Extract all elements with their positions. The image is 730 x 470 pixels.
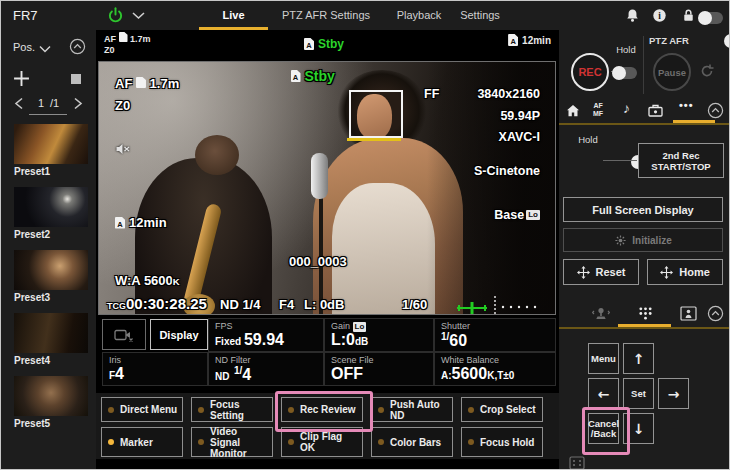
rec-button[interactable]: REC: [571, 53, 609, 91]
preset-thumbnail-1[interactable]: [14, 124, 88, 164]
ptz-trace-reset-icon[interactable]: [699, 63, 715, 79]
info-icon[interactable]: i: [652, 8, 667, 23]
power-icon[interactable]: [107, 7, 124, 24]
active-tab-underline: [673, 120, 715, 123]
assign-indicator: [378, 407, 384, 413]
rec-hold-toggle[interactable]: [613, 67, 637, 79]
strip-zoom-position: Z0: [104, 45, 115, 55]
notifications-bell-icon[interactable]: [625, 8, 640, 23]
lock-toggle[interactable]: [699, 12, 723, 24]
initialize-button[interactable]: Initialize: [563, 228, 723, 252]
window-title: FR7: [13, 1, 38, 30]
more-tab-icon[interactable]: •••: [679, 99, 694, 111]
assign-clip-flag-ok[interactable]: Clip Flag OK: [281, 427, 363, 457]
ptz-control-panel: REC Hold PTZ AFR Pause AFMF ♪ •••: [559, 30, 729, 469]
preset-thumbnail-5[interactable]: [14, 376, 88, 416]
base-lo-badge: Lo: [526, 210, 540, 220]
focus-scale-dots: [491, 295, 539, 315]
preset-thumbnail-3[interactable]: [14, 250, 88, 290]
cancel-back-button[interactable]: Cancel /Back: [588, 413, 619, 444]
assign-focus-setting[interactable]: Focus Setting: [191, 397, 273, 422]
page-indicator: [29, 114, 67, 115]
tab-live[interactable]: Live: [199, 1, 268, 30]
set-button[interactable]: Set: [623, 378, 654, 409]
active-tab-underline: [618, 324, 671, 327]
nd-filter-cell[interactable]: ND Filter ND 1/4: [208, 352, 324, 386]
ovl-sensor-mode: FF: [424, 87, 439, 101]
home-tab-icon[interactable]: [565, 103, 581, 119]
display-button[interactable]: Display: [150, 319, 208, 350]
up-button[interactable]: ↑: [623, 343, 654, 374]
right-button[interactable]: →: [658, 378, 689, 409]
reset-button[interactable]: Reset: [563, 259, 639, 285]
ovl-media-remaining: A 12min: [115, 215, 167, 230]
page-total: /1: [50, 97, 59, 109]
tab-ptz-afr-settings[interactable]: PTZ AFR Settings: [279, 1, 373, 30]
preset-sidebar: Pos. 1 /1 Preset1 Preset2 Preset3 Preset…: [1, 30, 96, 469]
media-a-icon: A: [508, 34, 518, 46]
second-rec-button[interactable]: 2nd Rec START/STOP: [638, 143, 724, 178]
scene-file-cell[interactable]: Scene File OFF: [324, 352, 434, 386]
sidebar-collapse-icon[interactable]: [69, 38, 86, 55]
af-mf-tab-icon[interactable]: AFMF: [593, 102, 603, 118]
ovl-white-balance: W:A 5600K: [115, 273, 180, 288]
assign-crop-select[interactable]: Crop Select: [461, 397, 543, 422]
top-bar: FR7 Live PTZ AFR Settings Playback Setti…: [1, 1, 729, 30]
preset-group-chevron-down-icon[interactable]: [39, 45, 51, 53]
assign-rec-review[interactable]: Rec Review: [281, 397, 363, 422]
fr7-web-app: FR7 Live PTZ AFR Settings Playback Setti…: [0, 0, 730, 470]
gain-cell[interactable]: Gain Lo L:0dB: [324, 318, 434, 352]
home-button[interactable]: Home: [647, 259, 723, 285]
preset-thumbnail-4[interactable]: [14, 313, 88, 353]
assign-indicator: [468, 439, 474, 445]
collapsed-section-icon[interactable]: [569, 456, 585, 470]
gear-icon: [614, 234, 627, 247]
power-menu-chevron-down-icon[interactable]: [132, 11, 145, 20]
left-button[interactable]: ←: [588, 378, 619, 409]
assign-marker[interactable]: Marker: [101, 427, 183, 457]
tab-playback[interactable]: Playback: [387, 1, 451, 30]
fps-cell[interactable]: FPS Fixed 59.94: [208, 318, 324, 352]
media-a-icon: A: [304, 38, 314, 50]
full-screen-display-button[interactable]: Full Screen Display: [563, 197, 723, 222]
camera-disabled-button[interactable]: [102, 319, 146, 350]
assign-video-signal-monitor[interactable]: Video Signal Monitor: [191, 427, 273, 457]
audio-mute-icon: [115, 142, 131, 156]
ptz-afr-toggle[interactable]: [725, 35, 730, 47]
assign-direct-menu[interactable]: Direct Menu: [101, 397, 183, 422]
assign-push-auto-nd[interactable]: Push Auto ND: [371, 397, 453, 422]
white-balance-cell[interactable]: White Balance A:5600K,T±0: [434, 352, 556, 386]
preset-label-4: Preset4: [14, 355, 50, 366]
iris-cell[interactable]: Iris F4: [102, 352, 208, 386]
page-prev-icon[interactable]: [14, 97, 24, 110]
af-subject-icon: [119, 32, 128, 42]
dpad-tab-icon[interactable]: [638, 306, 653, 321]
arrow-left-icon: ←: [598, 389, 610, 399]
subject-tracking-tab-icon[interactable]: [680, 306, 697, 321]
menu-button[interactable]: Menu: [588, 343, 619, 374]
audio-tab-icon[interactable]: ♪: [623, 100, 630, 116]
live-video[interactable]: AF 1.7m Z0 A Stby FF 3840x2160 59.94P XA…: [98, 61, 556, 315]
tab-settings[interactable]: Settings: [453, 1, 507, 30]
camera-x-icon: [114, 328, 134, 342]
stop-icon[interactable]: [71, 74, 81, 84]
assign-indicator: [198, 439, 204, 445]
section-collapse-icon[interactable]: [707, 102, 724, 119]
assign-focus-hold[interactable]: Focus Hold: [461, 427, 543, 457]
rec-media-tab-icon[interactable]: [647, 103, 664, 118]
ovl-rec-status: A Stby: [291, 68, 335, 84]
down-button[interactable]: ↓: [623, 413, 654, 444]
page-next-icon[interactable]: [73, 97, 83, 110]
shutter-cell[interactable]: Shutter 1/60: [434, 318, 556, 352]
section-collapse-icon[interactable]: [707, 305, 724, 322]
second-rec-link: [603, 160, 637, 161]
camera-settings-panel: Display FPS Fixed 59.94 Gain Lo L:0dB Sh…: [98, 316, 556, 388]
preset-thumbnail-2[interactable]: [14, 187, 88, 227]
assign-indicator: [108, 407, 114, 413]
media-a-icon: A: [291, 70, 301, 82]
preset-group-label[interactable]: Pos.: [13, 41, 35, 53]
pause-button[interactable]: Pause: [653, 53, 691, 91]
add-preset-icon[interactable]: [13, 70, 30, 87]
assign-color-bars[interactable]: Color Bars: [371, 427, 453, 457]
joystick-tab-icon[interactable]: [592, 306, 610, 322]
